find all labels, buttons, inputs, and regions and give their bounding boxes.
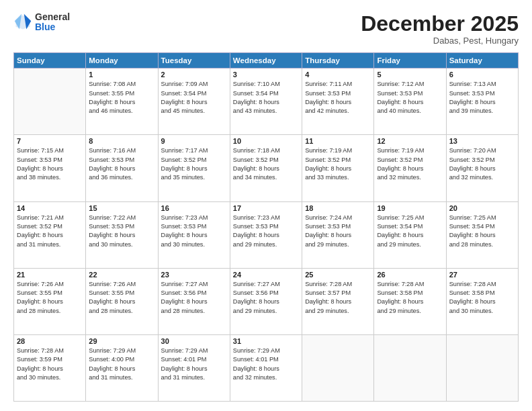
day-cell: 4Sunrise: 7:11 AM Sunset: 3:53 PM Daylig… (302, 68, 374, 135)
day-info: Sunrise: 7:16 AM Sunset: 3:53 PM Dayligh… (89, 146, 154, 182)
day-info: Sunrise: 7:25 AM Sunset: 3:54 PM Dayligh… (449, 214, 515, 249)
day-number: 12 (377, 137, 443, 145)
day-info: Sunrise: 7:23 AM Sunset: 3:53 PM Dayligh… (233, 214, 299, 249)
day-number: 10 (233, 137, 299, 145)
day-cell: 27Sunrise: 7:28 AM Sunset: 3:58 PM Dayli… (446, 268, 518, 334)
day-info: Sunrise: 7:28 AM Sunset: 3:58 PM Dayligh… (377, 280, 443, 316)
day-cell (374, 334, 446, 401)
day-number: 11 (305, 137, 371, 145)
week-row-4: 21Sunrise: 7:26 AM Sunset: 3:55 PM Dayli… (14, 268, 519, 334)
header-monday: Monday (86, 53, 158, 68)
day-cell: 10Sunrise: 7:18 AM Sunset: 3:52 PM Dayli… (230, 135, 302, 201)
day-number: 24 (233, 271, 299, 279)
week-row-5: 28Sunrise: 7:28 AM Sunset: 3:59 PM Dayli… (14, 334, 519, 401)
day-number: 29 (89, 337, 154, 345)
day-cell: 21Sunrise: 7:26 AM Sunset: 3:55 PM Dayli… (14, 268, 86, 334)
week-row-2: 7Sunrise: 7:15 AM Sunset: 3:53 PM Daylig… (14, 135, 519, 201)
day-number: 17 (233, 204, 299, 212)
day-number: 13 (449, 137, 515, 145)
day-cell (302, 334, 374, 401)
day-cell: 2Sunrise: 7:09 AM Sunset: 3:54 PM Daylig… (158, 68, 230, 135)
day-number: 27 (449, 271, 515, 279)
logo-icon (13, 13, 32, 32)
day-cell (446, 334, 518, 401)
day-cell: 3Sunrise: 7:10 AM Sunset: 3:54 PM Daylig… (230, 68, 302, 135)
day-info: Sunrise: 7:29 AM Sunset: 4:01 PM Dayligh… (161, 347, 227, 382)
header: General Blue December 2025 Dabas, Pest, … (13, 12, 519, 46)
day-number: 9 (161, 137, 227, 145)
page: General Blue December 2025 Dabas, Pest, … (0, 0, 532, 411)
day-number: 16 (161, 204, 227, 212)
day-info: Sunrise: 7:15 AM Sunset: 3:53 PM Dayligh… (17, 146, 83, 182)
day-number: 30 (161, 337, 227, 345)
day-number: 4 (305, 71, 371, 79)
day-number: 21 (17, 271, 83, 279)
day-cell: 1Sunrise: 7:08 AM Sunset: 3:55 PM Daylig… (86, 68, 158, 135)
day-cell: 18Sunrise: 7:24 AM Sunset: 3:53 PM Dayli… (302, 201, 374, 268)
day-info: Sunrise: 7:18 AM Sunset: 3:52 PM Dayligh… (233, 146, 299, 182)
day-info: Sunrise: 7:21 AM Sunset: 3:52 PM Dayligh… (17, 214, 83, 249)
day-cell: 11Sunrise: 7:19 AM Sunset: 3:52 PM Dayli… (302, 135, 374, 201)
day-cell: 28Sunrise: 7:28 AM Sunset: 3:59 PM Dayli… (14, 334, 86, 401)
day-cell: 23Sunrise: 7:27 AM Sunset: 3:56 PM Dayli… (158, 268, 230, 334)
day-number: 14 (17, 204, 83, 212)
week-row-3: 14Sunrise: 7:21 AM Sunset: 3:52 PM Dayli… (14, 201, 519, 268)
day-info: Sunrise: 7:20 AM Sunset: 3:52 PM Dayligh… (449, 146, 515, 182)
header-sunday: Sunday (14, 53, 86, 68)
title-block: December 2025 Dabas, Pest, Hungary (361, 12, 519, 46)
day-cell: 12Sunrise: 7:19 AM Sunset: 3:52 PM Dayli… (374, 135, 446, 201)
day-number: 19 (377, 204, 443, 212)
day-number: 22 (89, 271, 154, 279)
day-info: Sunrise: 7:28 AM Sunset: 3:58 PM Dayligh… (449, 280, 515, 316)
logo-general: General (35, 12, 70, 22)
location: Dabas, Pest, Hungary (361, 36, 519, 46)
day-cell: 17Sunrise: 7:23 AM Sunset: 3:53 PM Dayli… (230, 201, 302, 268)
month-title: December 2025 (361, 12, 519, 36)
day-number: 23 (161, 271, 227, 279)
day-number: 20 (449, 204, 515, 212)
day-number: 5 (377, 71, 443, 79)
day-info: Sunrise: 7:28 AM Sunset: 3:59 PM Dayligh… (17, 347, 83, 382)
day-number: 15 (89, 204, 154, 212)
day-cell: 13Sunrise: 7:20 AM Sunset: 3:52 PM Dayli… (446, 135, 518, 201)
day-cell: 24Sunrise: 7:27 AM Sunset: 3:56 PM Dayli… (230, 268, 302, 334)
day-info: Sunrise: 7:25 AM Sunset: 3:54 PM Dayligh… (377, 214, 443, 249)
day-info: Sunrise: 7:27 AM Sunset: 3:56 PM Dayligh… (233, 280, 299, 316)
day-number: 26 (377, 271, 443, 279)
header-friday: Friday (374, 53, 446, 68)
day-cell: 7Sunrise: 7:15 AM Sunset: 3:53 PM Daylig… (14, 135, 86, 201)
day-info: Sunrise: 7:26 AM Sunset: 3:55 PM Dayligh… (89, 280, 154, 316)
day-cell: 20Sunrise: 7:25 AM Sunset: 3:54 PM Dayli… (446, 201, 518, 268)
day-number: 8 (89, 137, 154, 145)
day-number: 2 (161, 71, 227, 79)
logo: General Blue (13, 12, 70, 33)
weekday-header-row: Sunday Monday Tuesday Wednesday Thursday… (14, 53, 519, 68)
calendar: Sunday Monday Tuesday Wednesday Thursday… (13, 52, 519, 402)
day-cell: 14Sunrise: 7:21 AM Sunset: 3:52 PM Dayli… (14, 201, 86, 268)
day-cell: 22Sunrise: 7:26 AM Sunset: 3:55 PM Dayli… (86, 268, 158, 334)
day-number: 7 (17, 137, 83, 145)
day-info: Sunrise: 7:11 AM Sunset: 3:53 PM Dayligh… (305, 80, 371, 116)
header-tuesday: Tuesday (158, 53, 230, 68)
day-cell: 26Sunrise: 7:28 AM Sunset: 3:58 PM Dayli… (374, 268, 446, 334)
day-info: Sunrise: 7:27 AM Sunset: 3:56 PM Dayligh… (161, 280, 227, 316)
day-cell: 5Sunrise: 7:12 AM Sunset: 3:53 PM Daylig… (374, 68, 446, 135)
header-thursday: Thursday (302, 53, 374, 68)
logo-blue: Blue (35, 22, 70, 32)
day-info: Sunrise: 7:29 AM Sunset: 4:00 PM Dayligh… (89, 347, 154, 382)
day-number: 25 (305, 271, 371, 279)
day-info: Sunrise: 7:09 AM Sunset: 3:54 PM Dayligh… (161, 80, 227, 116)
day-cell: 8Sunrise: 7:16 AM Sunset: 3:53 PM Daylig… (86, 135, 158, 201)
day-number: 1 (89, 71, 154, 79)
day-cell: 6Sunrise: 7:13 AM Sunset: 3:53 PM Daylig… (446, 68, 518, 135)
day-cell: 31Sunrise: 7:29 AM Sunset: 4:01 PM Dayli… (230, 334, 302, 401)
day-info: Sunrise: 7:22 AM Sunset: 3:53 PM Dayligh… (89, 214, 154, 249)
day-info: Sunrise: 7:08 AM Sunset: 3:55 PM Dayligh… (89, 80, 154, 116)
day-info: Sunrise: 7:19 AM Sunset: 3:52 PM Dayligh… (305, 146, 371, 182)
day-info: Sunrise: 7:24 AM Sunset: 3:53 PM Dayligh… (305, 214, 371, 249)
day-number: 31 (233, 337, 299, 345)
day-info: Sunrise: 7:13 AM Sunset: 3:53 PM Dayligh… (449, 80, 515, 116)
day-number: 28 (17, 337, 83, 345)
day-number: 18 (305, 204, 371, 212)
day-cell: 30Sunrise: 7:29 AM Sunset: 4:01 PM Dayli… (158, 334, 230, 401)
